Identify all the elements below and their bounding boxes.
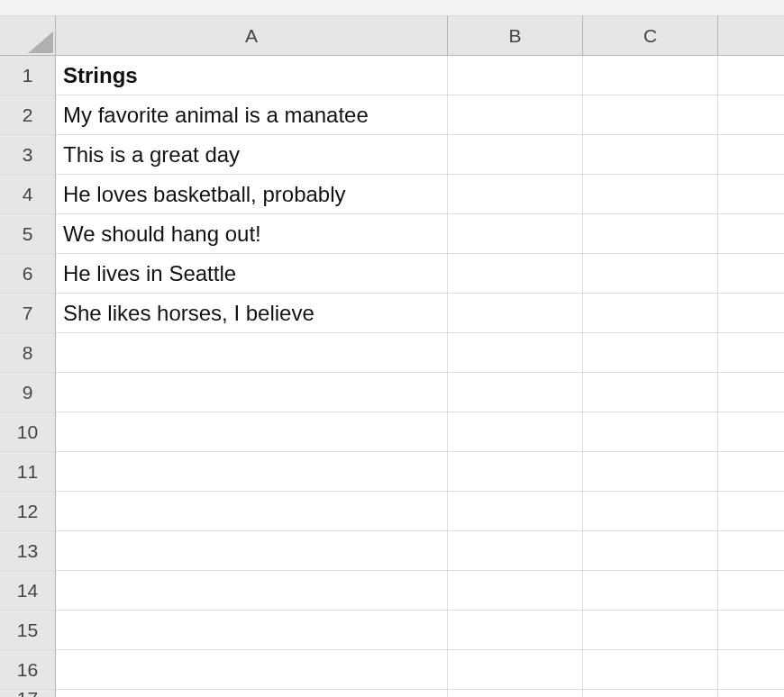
cell-B16[interactable] — [448, 650, 583, 690]
row-header[interactable]: 3 — [0, 135, 56, 175]
cell-D16[interactable] — [718, 650, 784, 690]
cell-A16[interactable] — [56, 650, 448, 690]
cell-C17[interactable] — [583, 690, 718, 697]
ribbon-strip — [0, 0, 784, 16]
cell-A8[interactable] — [56, 333, 448, 373]
cell-B4[interactable] — [448, 175, 583, 214]
cell-B12[interactable] — [448, 492, 583, 531]
cell-A13[interactable] — [56, 531, 448, 571]
cell-C1[interactable] — [583, 56, 718, 95]
cell-D6[interactable] — [718, 254, 784, 294]
row-header[interactable]: 4 — [0, 175, 56, 214]
cell-B10[interactable] — [448, 412, 583, 452]
row-header[interactable]: 8 — [0, 333, 56, 373]
cell-C12[interactable] — [583, 492, 718, 531]
cell-C4[interactable] — [583, 175, 718, 214]
cell-C3[interactable] — [583, 135, 718, 175]
row-header[interactable]: 12 — [0, 492, 56, 531]
cell-C9[interactable] — [583, 373, 718, 412]
cell-D12[interactable] — [718, 492, 784, 531]
row-header[interactable]: 15 — [0, 611, 56, 650]
cell-B5[interactable] — [448, 214, 583, 254]
row-header[interactable]: 6 — [0, 254, 56, 294]
cell-B7[interactable] — [448, 294, 583, 333]
cell-D13[interactable] — [718, 531, 784, 571]
cell-C5[interactable] — [583, 214, 718, 254]
cell-A1[interactable]: Strings — [56, 56, 448, 95]
cell-A2[interactable]: My favorite animal is a manatee — [56, 95, 448, 135]
column-header-next[interactable] — [718, 16, 784, 56]
cell-D2[interactable] — [718, 95, 784, 135]
row-header[interactable]: 16 — [0, 650, 56, 690]
cell-B11[interactable] — [448, 452, 583, 492]
cell-D8[interactable] — [718, 333, 784, 373]
row-header[interactable]: 10 — [0, 412, 56, 452]
cell-A4[interactable]: He loves basketball, probably — [56, 175, 448, 214]
cell-C6[interactable] — [583, 254, 718, 294]
row-header[interactable]: 11 — [0, 452, 56, 492]
cell-A14[interactable] — [56, 571, 448, 611]
cell-D7[interactable] — [718, 294, 784, 333]
cell-D4[interactable] — [718, 175, 784, 214]
column-header-C[interactable]: C — [583, 16, 718, 56]
cell-D15[interactable] — [718, 611, 784, 650]
cell-B13[interactable] — [448, 531, 583, 571]
column-header-A[interactable]: A — [56, 16, 448, 56]
cell-C15[interactable] — [583, 611, 718, 650]
spreadsheet-grid: A B C 1 Strings 2 My favorite animal is … — [0, 16, 784, 697]
cell-B17[interactable] — [448, 690, 583, 697]
row-header[interactable]: 7 — [0, 294, 56, 333]
row-header[interactable]: 9 — [0, 373, 56, 412]
cell-A15[interactable] — [56, 611, 448, 650]
cell-B9[interactable] — [448, 373, 583, 412]
cell-D10[interactable] — [718, 412, 784, 452]
cell-A5[interactable]: We should hang out! — [56, 214, 448, 254]
column-header-B[interactable]: B — [448, 16, 583, 56]
cell-B14[interactable] — [448, 571, 583, 611]
cell-A9[interactable] — [56, 373, 448, 412]
cell-C10[interactable] — [583, 412, 718, 452]
cell-B2[interactable] — [448, 95, 583, 135]
cell-A12[interactable] — [56, 492, 448, 531]
cell-B15[interactable] — [448, 611, 583, 650]
row-header[interactable]: 5 — [0, 214, 56, 254]
cell-C16[interactable] — [583, 650, 718, 690]
cell-B8[interactable] — [448, 333, 583, 373]
cell-C2[interactable] — [583, 95, 718, 135]
cell-A11[interactable] — [56, 452, 448, 492]
cell-D3[interactable] — [718, 135, 784, 175]
cell-A3[interactable]: This is a great day — [56, 135, 448, 175]
cell-D14[interactable] — [718, 571, 784, 611]
select-all-corner[interactable] — [0, 16, 56, 56]
cell-B3[interactable] — [448, 135, 583, 175]
cell-C11[interactable] — [583, 452, 718, 492]
row-header[interactable]: 13 — [0, 531, 56, 571]
cell-B6[interactable] — [448, 254, 583, 294]
cell-D9[interactable] — [718, 373, 784, 412]
cell-C8[interactable] — [583, 333, 718, 373]
cell-A6[interactable]: He lives in Seattle — [56, 254, 448, 294]
cell-A17[interactable] — [56, 690, 448, 697]
cell-C7[interactable] — [583, 294, 718, 333]
cell-C14[interactable] — [583, 571, 718, 611]
cell-A10[interactable] — [56, 412, 448, 452]
cell-D5[interactable] — [718, 214, 784, 254]
row-header[interactable]: 2 — [0, 95, 56, 135]
cell-B1[interactable] — [448, 56, 583, 95]
cell-C13[interactable] — [583, 531, 718, 571]
row-header[interactable]: 1 — [0, 56, 56, 95]
cell-D17[interactable] — [718, 690, 784, 697]
cell-D11[interactable] — [718, 452, 784, 492]
row-header[interactable]: 17 — [0, 690, 56, 697]
cell-D1[interactable] — [718, 56, 784, 95]
row-header[interactable]: 14 — [0, 571, 56, 611]
cell-A7[interactable]: She likes horses, I believe — [56, 294, 448, 333]
